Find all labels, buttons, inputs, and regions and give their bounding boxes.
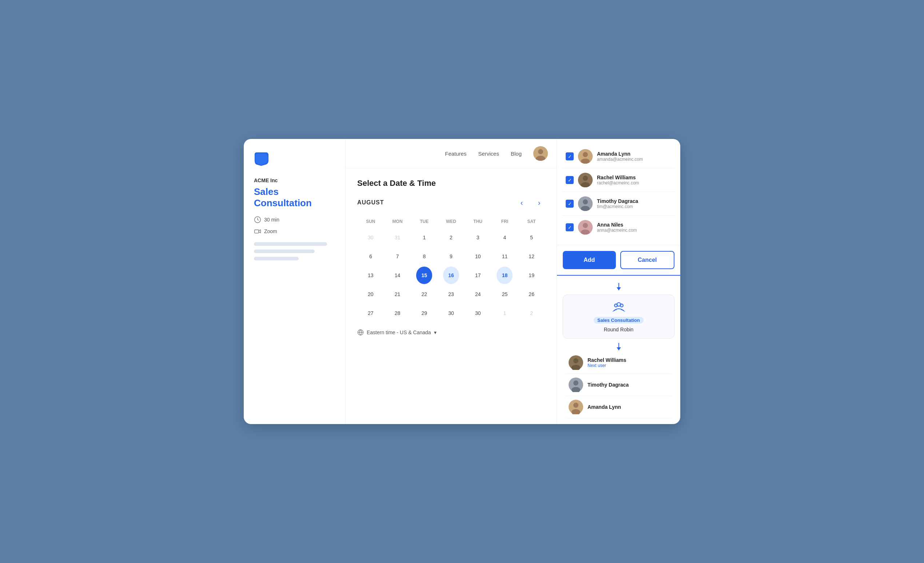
user-email-timothy: tim@acmeinc.com <box>597 204 672 209</box>
user-item-amanda: ✓ Amanda Lynn amanda@acmeinc.com <box>563 145 675 168</box>
cal-day[interactable]: 2 <box>443 229 459 246</box>
main-content: Features Services Blog Select a Date & T… <box>346 139 556 424</box>
cal-day[interactable]: 30 <box>443 304 459 322</box>
cal-day[interactable]: 10 <box>470 248 486 265</box>
cal-day[interactable]: 30 <box>470 304 486 322</box>
skeleton-line-3 <box>254 257 298 261</box>
prev-month-button[interactable]: ‹ <box>516 197 528 208</box>
cal-day-18[interactable]: 18 <box>496 267 513 284</box>
user-list: ✓ Amanda Lynn amanda@acmeinc.com ✓ <box>557 139 680 245</box>
cal-day[interactable]: 17 <box>470 267 486 284</box>
user-item-rachel: ✓ Rachel Williams rachel@acmeinc.com <box>563 168 675 192</box>
svg-point-12 <box>583 176 588 181</box>
user-avatar-anna <box>578 220 592 235</box>
main-card: ACME Inc Sales Consultation 30 min Zoom <box>244 139 680 424</box>
cal-day[interactable]: 3 <box>470 229 486 246</box>
cal-day[interactable]: 8 <box>416 248 432 265</box>
user-checkbox-amanda[interactable]: ✓ <box>566 153 574 160</box>
next-user-avatar-amanda <box>568 400 583 414</box>
cal-header-fri: FRI <box>496 216 513 227</box>
cancel-button[interactable]: Cancel <box>620 251 675 269</box>
cal-day[interactable]: 11 <box>496 248 513 265</box>
user-checkbox-anna[interactable]: ✓ <box>566 223 574 231</box>
nav-links: Features Services Blog <box>445 151 522 157</box>
cal-day[interactable]: 2 <box>524 304 540 322</box>
user-name-rachel: Rachel Williams <box>597 175 672 180</box>
next-user-amanda: Amanda Lynn <box>566 396 672 418</box>
cal-day[interactable]: 1 <box>416 229 432 246</box>
cal-day[interactable]: 20 <box>363 286 379 303</box>
clock-icon <box>254 216 261 223</box>
cal-header-sun: SUN <box>363 216 379 227</box>
video-icon <box>254 228 261 235</box>
cal-day[interactable]: 13 <box>363 267 379 284</box>
right-panel: ✓ Amanda Lynn amanda@acmeinc.com ✓ <box>556 139 680 424</box>
cal-header-tue: TUE <box>416 216 432 227</box>
svg-marker-2 <box>259 230 261 233</box>
next-month-button[interactable]: › <box>533 197 545 208</box>
cal-header-wed: WED <box>443 216 459 227</box>
cal-week-2: 6 7 8 9 10 11 12 <box>357 248 545 265</box>
skeleton-line-2 <box>254 250 315 253</box>
cal-day[interactable]: 5 <box>524 229 540 246</box>
nav-bar: Features Services Blog <box>346 139 556 168</box>
calendar-grid: SUN MON TUE WED THU FRI SAT 30 31 1 2 3 … <box>357 216 545 322</box>
cal-day[interactable]: 30 <box>363 229 379 246</box>
group-icon <box>612 301 626 314</box>
zoom-label: Zoom <box>264 228 277 234</box>
checkmark-icon: ✓ <box>568 225 572 230</box>
timezone-dropdown-icon[interactable]: ▾ <box>434 329 436 335</box>
cal-day-16[interactable]: 16 <box>443 267 459 284</box>
arrow-down-icon <box>618 283 619 290</box>
next-user-rachel: Rachel Williams Next user <box>566 352 672 374</box>
cal-day[interactable]: 21 <box>390 286 406 303</box>
nav-services[interactable]: Services <box>478 151 499 157</box>
arrow-down-2-icon <box>618 343 619 350</box>
cal-day[interactable]: 24 <box>470 286 486 303</box>
svg-point-15 <box>583 199 588 204</box>
nav-blog[interactable]: Blog <box>511 151 522 157</box>
nav-avatar[interactable] <box>533 146 548 161</box>
rr-sublabel: Round Robin <box>604 326 634 332</box>
cal-day[interactable]: 7 <box>390 248 406 265</box>
skeleton-lines <box>254 242 335 261</box>
round-robin-section: Sales Consultation Round Robin <box>557 276 680 424</box>
svg-point-18 <box>583 223 588 228</box>
user-checkbox-timothy[interactable]: ✓ <box>566 200 574 208</box>
svg-point-4 <box>538 149 543 154</box>
cal-day[interactable]: 26 <box>524 286 540 303</box>
next-user-name-rachel: Rachel Williams <box>588 357 626 363</box>
user-item-anna: ✓ Anna Niles anna@acmeinc.com <box>563 216 675 239</box>
nav-features[interactable]: Features <box>445 151 466 157</box>
cal-day[interactable]: 14 <box>390 267 406 284</box>
user-checkbox-rachel[interactable]: ✓ <box>566 176 574 184</box>
svg-rect-1 <box>255 230 259 233</box>
cal-header-thu: THU <box>470 216 486 227</box>
add-button[interactable]: Add <box>563 251 616 269</box>
cal-day[interactable]: 9 <box>443 248 459 265</box>
cal-day[interactable]: 19 <box>524 267 540 284</box>
cal-day[interactable]: 27 <box>363 304 379 322</box>
cal-day[interactable]: 23 <box>443 286 459 303</box>
sidebar: ACME Inc Sales Consultation 30 min Zoom <box>244 139 346 424</box>
calendar-header-row: SUN MON TUE WED THU FRI SAT <box>357 216 545 227</box>
next-user-info-rachel: Rachel Williams Next user <box>588 357 626 368</box>
user-info-rachel: Rachel Williams rachel@acmeinc.com <box>597 175 672 186</box>
cal-day[interactable]: 4 <box>496 229 513 246</box>
cal-day[interactable]: 1 <box>496 304 513 322</box>
svg-point-29 <box>573 380 578 386</box>
cal-day[interactable]: 29 <box>416 304 432 322</box>
next-user-timothy: Timothy Dagraca <box>566 374 672 396</box>
cal-day-15[interactable]: 15 <box>416 267 432 284</box>
cal-day[interactable]: 25 <box>496 286 513 303</box>
cal-day[interactable]: 28 <box>390 304 406 322</box>
cal-day[interactable]: 31 <box>390 229 406 246</box>
cal-day[interactable]: 12 <box>524 248 540 265</box>
checkmark-icon: ✓ <box>568 202 572 206</box>
cal-week-5: 27 28 29 30 30 1 2 <box>357 304 545 322</box>
cal-day[interactable]: 22 <box>416 286 432 303</box>
next-user-avatar-rachel <box>568 355 583 370</box>
cal-day[interactable]: 6 <box>363 248 379 265</box>
checkmark-icon: ✓ <box>568 178 572 183</box>
cal-week-1: 30 31 1 2 3 4 5 <box>357 229 545 246</box>
